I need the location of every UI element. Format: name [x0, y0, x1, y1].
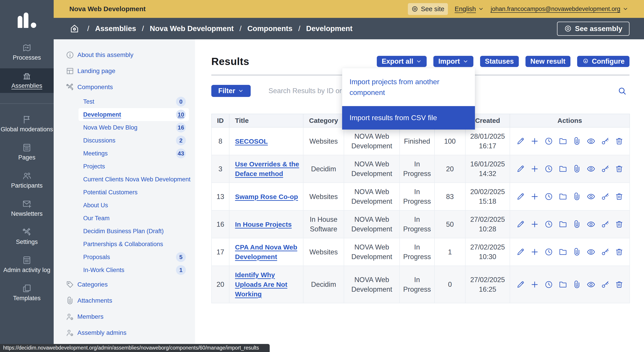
sidebar-item-participants[interactable]: Participants	[0, 168, 54, 193]
folder-action-icon[interactable]	[558, 192, 567, 201]
assembly-menu-item-about-this-assembly[interactable]: About this assembly	[54, 47, 195, 63]
folder-action-icon[interactable]	[558, 164, 567, 173]
new-action-icon[interactable]	[530, 137, 539, 146]
edit-action-icon[interactable]	[516, 164, 525, 173]
breadcrumb-item-assemblies[interactable]: Assemblies	[95, 24, 136, 33]
sidebar-item-processes[interactable]: Processes	[0, 40, 54, 65]
new-action-icon[interactable]	[530, 280, 539, 289]
import-menu-item-import-projects-from-another-component[interactable]: Import projects from another component	[342, 68, 475, 106]
breadcrumb-item-components[interactable]: Components	[247, 24, 292, 33]
export-all-button[interactable]: Export all	[377, 56, 427, 67]
permissions-action-icon[interactable]	[600, 192, 610, 201]
sidebar-item-newsletters[interactable]: Newsletters	[0, 196, 54, 221]
history-action-icon[interactable]	[544, 164, 553, 173]
component-item-about-us[interactable]: About Us	[78, 199, 189, 212]
delete-action-icon[interactable]	[615, 220, 624, 229]
component-item-discussions[interactable]: Discussions2	[78, 134, 189, 147]
language-selector[interactable]: English	[454, 5, 484, 13]
component-item-in-work-clients[interactable]: In-Work Clients1	[78, 264, 189, 277]
attachments-action-icon[interactable]	[572, 164, 582, 173]
sidebar-item-settings[interactable]: Settings	[0, 224, 54, 249]
sidebar-item-templates[interactable]: Templates	[0, 281, 54, 305]
preview-action-icon[interactable]	[586, 137, 596, 146]
delete-action-icon[interactable]	[615, 164, 624, 173]
component-item-development[interactable]: Development10	[78, 108, 189, 121]
attachments-action-icon[interactable]	[572, 137, 582, 146]
decidim-logo[interactable]	[0, 0, 54, 39]
assembly-menu-item-components[interactable]: Components	[54, 79, 195, 95]
see-site-button[interactable]: See site	[408, 3, 448, 15]
component-item-decidim-business-plan-draft[interactable]: Decidim Business Plan (Draft)	[78, 225, 189, 238]
attachments-action-icon[interactable]	[572, 220, 582, 229]
preview-action-icon[interactable]	[586, 192, 596, 201]
see-assembly-button[interactable]: See assembly	[557, 22, 630, 36]
sidebar-item-admin-activity-log[interactable]: Admin activity log	[0, 253, 54, 277]
configure-button[interactable]: Configure	[577, 56, 630, 67]
permissions-action-icon[interactable]	[600, 247, 610, 256]
breadcrumb-item-nova-web-development[interactable]: Nova Web Development	[150, 24, 234, 33]
assembly-menu-item-members[interactable]: Members	[54, 309, 195, 325]
permissions-action-icon[interactable]	[600, 164, 610, 173]
history-action-icon[interactable]	[544, 220, 553, 229]
preview-action-icon[interactable]	[586, 247, 596, 256]
edit-action-icon[interactable]	[516, 247, 525, 256]
home-icon[interactable]	[69, 23, 80, 34]
sidebar-item-pages[interactable]: Pages	[0, 140, 54, 165]
breadcrumb-item-development[interactable]: Development	[306, 24, 352, 33]
new-action-icon[interactable]	[530, 220, 539, 229]
edit-action-icon[interactable]	[516, 192, 525, 201]
preview-action-icon[interactable]	[586, 220, 596, 229]
new-action-icon[interactable]	[530, 247, 539, 256]
result-title-link[interactable]: Swamp Rose Co-op	[235, 193, 298, 200]
history-action-icon[interactable]	[544, 280, 553, 289]
edit-action-icon[interactable]	[516, 280, 525, 289]
delete-action-icon[interactable]	[615, 247, 624, 256]
result-title-link[interactable]: Identify Why Uploads Are Not Working	[235, 271, 287, 298]
folder-action-icon[interactable]	[558, 280, 567, 289]
sidebar-item-assemblies[interactable]: Assemblies	[0, 68, 54, 93]
attachments-action-icon[interactable]	[572, 280, 582, 289]
assembly-menu-item-attachments[interactable]: Attachments	[54, 293, 195, 309]
component-item-projects[interactable]: Projects	[78, 160, 189, 173]
edit-action-icon[interactable]	[516, 220, 525, 229]
component-item-nova-web-dev-blog[interactable]: Nova Web Dev Blog16	[78, 121, 189, 134]
component-item-proposals[interactable]: Proposals5	[78, 251, 189, 264]
search-icon[interactable]	[618, 86, 627, 96]
new-result-button[interactable]: New result	[526, 56, 570, 67]
import-menu-item-import-results-from-csv-file[interactable]: Import results from CSV file	[342, 106, 475, 130]
import-button[interactable]: Import	[433, 56, 473, 67]
assembly-menu-item-landing-page[interactable]: Landing page	[54, 63, 195, 79]
history-action-icon[interactable]	[544, 192, 553, 201]
component-item-test[interactable]: Test0	[78, 95, 189, 108]
assembly-menu-item-categories[interactable]: Categories	[54, 277, 195, 293]
result-title-link[interactable]: CPA And Nova Web Development	[235, 243, 297, 260]
delete-action-icon[interactable]	[615, 280, 624, 289]
permissions-action-icon[interactable]	[600, 280, 610, 289]
component-item-our-team[interactable]: Our Team	[78, 212, 189, 225]
component-item-meetings[interactable]: Meetings43	[78, 147, 189, 160]
permissions-action-icon[interactable]	[600, 137, 610, 146]
sidebar-item-global-moderations[interactable]: Global moderations	[0, 112, 54, 137]
folder-action-icon[interactable]	[558, 247, 567, 256]
folder-action-icon[interactable]	[558, 137, 567, 146]
assembly-menu-item-assembly-admins[interactable]: Assembly admins	[54, 325, 195, 341]
result-title-link[interactable]: SECOSOL	[235, 138, 268, 145]
component-item-current-clients-nova-web-development[interactable]: Current Clients Nova Web Development	[78, 173, 189, 186]
preview-action-icon[interactable]	[586, 280, 596, 289]
delete-action-icon[interactable]	[615, 192, 624, 201]
folder-action-icon[interactable]	[558, 220, 567, 229]
component-item-potential-customers[interactable]: Potential Customers	[78, 186, 189, 199]
history-action-icon[interactable]	[544, 137, 553, 146]
preview-action-icon[interactable]	[586, 164, 596, 173]
edit-action-icon[interactable]	[516, 137, 525, 146]
new-action-icon[interactable]	[530, 164, 539, 173]
statuses-button[interactable]: Statuses	[480, 56, 519, 67]
attachments-action-icon[interactable]	[572, 247, 582, 256]
component-item-partnerships-collaborations[interactable]: Partnerships & Collaborations	[78, 238, 189, 251]
result-title-link[interactable]: Use Overrides & the Deface method	[235, 160, 299, 177]
user-menu[interactable]: johan.francocampos@novawebdevelopment.or…	[490, 5, 628, 12]
new-action-icon[interactable]	[530, 192, 539, 201]
filter-button[interactable]: Filter	[211, 85, 251, 97]
permissions-action-icon[interactable]	[600, 220, 610, 229]
history-action-icon[interactable]	[544, 247, 553, 256]
